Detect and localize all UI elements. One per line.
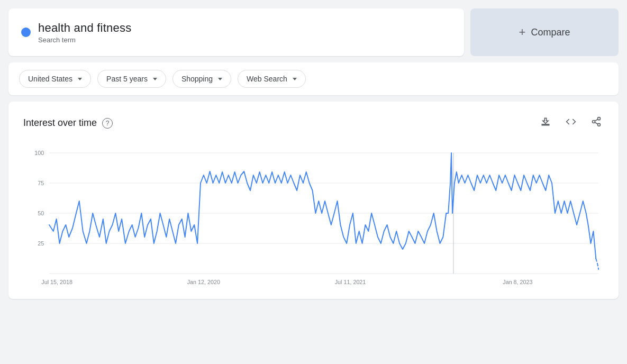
chart-actions (538, 114, 604, 132)
region-chevron-icon (78, 78, 82, 80)
time-filter-button[interactable]: Past 5 years (97, 70, 166, 88)
region-filter-button[interactable]: United States (19, 70, 91, 88)
svg-point-0 (598, 117, 601, 120)
region-filter-label: United States (28, 75, 72, 83)
download-button[interactable] (538, 114, 553, 132)
svg-line-3 (595, 122, 598, 124)
chart-header: Interest over time ? (23, 114, 604, 132)
interest-chart: 100 75 50 25 Jul 15, 2018 Jan 12, 2020 J… (23, 142, 604, 290)
svg-text:Jan 8, 2023: Jan 8, 2023 (503, 279, 532, 285)
category-filter-button[interactable]: Shopping (172, 70, 231, 88)
compare-plus-icon: + (519, 25, 526, 39)
svg-text:Jul 15, 2018: Jul 15, 2018 (41, 279, 72, 285)
category-filter-label: Shopping (181, 75, 213, 83)
svg-text:Jan 12, 2020: Jan 12, 2020 (187, 279, 220, 285)
chart-card: Interest over time ? (8, 102, 619, 299)
search-term-card: health and fitness Search term (8, 8, 464, 56)
category-chevron-icon (218, 78, 222, 80)
svg-text:25: 25 (38, 240, 44, 247)
svg-text:Jul 11, 2021: Jul 11, 2021 (335, 279, 366, 285)
chart-line-dashed (596, 259, 598, 269)
chart-title: Interest over time (23, 117, 97, 129)
time-chevron-icon (153, 78, 157, 80)
help-icon[interactable]: ? (102, 118, 113, 129)
svg-text:50: 50 (38, 210, 44, 216)
svg-point-2 (598, 123, 601, 126)
search-term-subtitle: Search term (38, 36, 131, 44)
top-row: health and fitness Search term + Compare (8, 8, 619, 56)
filter-row: United States Past 5 years Shopping Web … (8, 62, 619, 95)
search-term-title: health and fitness (38, 21, 131, 35)
chart-title-area: Interest over time ? (23, 117, 113, 129)
search-type-filter-label: Web Search (247, 75, 287, 83)
compare-card[interactable]: + Compare (470, 8, 619, 56)
search-term-dot (21, 28, 31, 37)
share-icon (591, 116, 602, 127)
svg-line-4 (595, 119, 598, 121)
chart-line (49, 153, 596, 259)
time-filter-label: Past 5 years (106, 75, 148, 83)
search-term-text: health and fitness Search term (38, 21, 131, 44)
svg-point-1 (593, 121, 595, 123)
search-type-chevron-icon (293, 78, 297, 80)
compare-label: Compare (531, 27, 570, 38)
chart-area: 100 75 50 25 Jul 15, 2018 Jan 12, 2020 J… (23, 142, 604, 290)
svg-text:75: 75 (38, 180, 44, 186)
download-icon (540, 116, 551, 127)
embed-button[interactable] (564, 114, 578, 132)
share-button[interactable] (589, 114, 604, 132)
svg-text:100: 100 (34, 150, 44, 156)
search-type-filter-button[interactable]: Web Search (238, 70, 306, 88)
embed-icon (566, 116, 576, 127)
